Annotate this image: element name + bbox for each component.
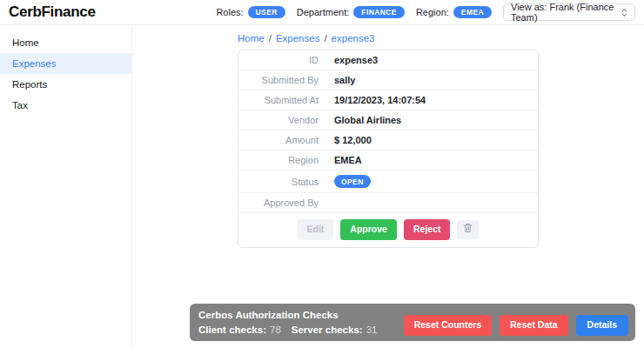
client-checks-label: Client checks: [198,325,266,335]
select-updown-icon [621,8,627,17]
authz-panel-buttons: Reset Counters Reset Data Details [404,315,628,336]
sidebar-item-expenses[interactable]: Expenses [0,53,131,74]
client-checks-value: 78 [270,325,281,335]
field-label: ID [238,50,324,70]
roles-label: Roles: [216,7,243,17]
cerbos-authz-panel: Cerbos Authorization Checks Client check… [190,304,635,341]
reset-counters-button[interactable]: Reset Counters [404,315,493,336]
view-as-selected-value: View as: Frank (Finance Team) [511,2,616,23]
detail-row-submitted-by: Submitted By sally [238,70,538,90]
server-checks-counter: Server checks: 31 [292,325,378,335]
field-value [324,194,538,212]
trash-icon [463,223,473,237]
breadcrumb-separator: / [324,33,326,44]
field-value: sally [324,70,538,90]
breadcrumb-expenses-link[interactable]: Expenses [276,33,320,44]
field-value: $ 12,000 [324,130,538,150]
field-label: Status [238,172,324,191]
sidebar-item-reports[interactable]: Reports [0,74,131,95]
department-label: Department: [297,7,350,17]
sidebar-item-tax[interactable]: Tax [0,95,131,116]
detail-row-status: Status OPEN [238,171,538,193]
field-value: EMEA [324,151,538,170]
detail-row-approved-by: Approved By [238,193,538,213]
breadcrumb-current-expense[interactable]: expense3 [332,33,375,44]
roles-group: Roles: USER [216,6,285,19]
edit-button[interactable]: Edit [298,219,334,240]
detail-row-submitted-at: Submitted At 19/12/2023, 14:07:54 [238,90,538,110]
main-area: Home / Expenses / expense3 ID expense3 S… [132,25,644,348]
field-label: Vendor [238,110,324,130]
header-meta: Roles: USER Department: FINANCE Region: … [216,3,635,21]
delete-button[interactable] [457,220,479,239]
region-label: Region: [416,7,449,17]
field-value: OPEN [324,171,538,192]
field-label: Approved By [238,193,324,212]
field-value: expense3 [324,50,538,70]
sidebar-item-home[interactable]: Home [0,32,131,53]
department-badge: FINANCE [353,6,405,19]
breadcrumb-home-link[interactable]: Home [238,33,265,44]
detail-row-region: Region EMEA [238,151,538,171]
field-label: Submitted By [238,70,324,90]
expense-actions: Edit Approve Reject [238,213,538,247]
reject-button[interactable]: Reject [404,219,451,240]
expense-detail-card: ID expense3 Submitted By sally Submitted… [238,50,539,248]
field-value: Global Airlines [324,110,538,130]
field-label: Region [238,151,324,170]
field-value: 19/12/2023, 14:07:54 [324,90,538,110]
client-checks-counter: Client checks: 78 [198,325,281,335]
details-button[interactable]: Details [576,315,628,336]
content-column: Home / Expenses / expense3 ID expense3 S… [238,25,539,248]
detail-row-vendor: Vendor Global Airlines [238,110,538,130]
reset-data-button[interactable]: Reset Data [500,315,567,336]
region-badge: EMEA [453,6,492,19]
approve-button[interactable]: Approve [340,219,397,240]
server-checks-label: Server checks: [292,325,363,335]
top-header: CerbFinance Roles: USER Department: FINA… [0,0,644,25]
department-group: Department: FINANCE [297,6,405,19]
roles-badge: USER [248,6,285,19]
region-group: Region: EMEA [416,6,492,19]
sidebar-nav: Home Expenses Reports Tax [0,25,132,348]
page-body: Home Expenses Reports Tax Home / Expense… [0,25,644,348]
field-label: Submitted At [238,90,324,110]
detail-row-id: ID expense3 [238,50,538,70]
view-as-select[interactable]: View as: Frank (Finance Team) [503,3,635,21]
detail-row-amount: Amount $ 12,000 [238,130,538,151]
breadcrumb: Home / Expenses / expense3 [238,33,539,44]
server-checks-value: 31 [366,325,378,335]
field-label: Amount [238,130,324,150]
breadcrumb-separator: / [269,33,272,44]
app-logo: CerbFinance [9,3,96,21]
status-badge: OPEN [334,175,371,188]
